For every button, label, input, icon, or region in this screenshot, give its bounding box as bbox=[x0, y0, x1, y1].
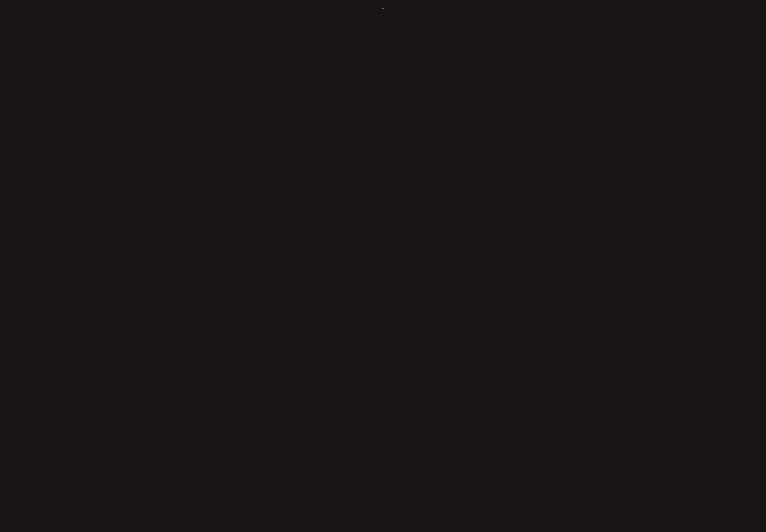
bump-chart bbox=[0, 9, 766, 505]
tab-bar bbox=[0, 0, 766, 9]
